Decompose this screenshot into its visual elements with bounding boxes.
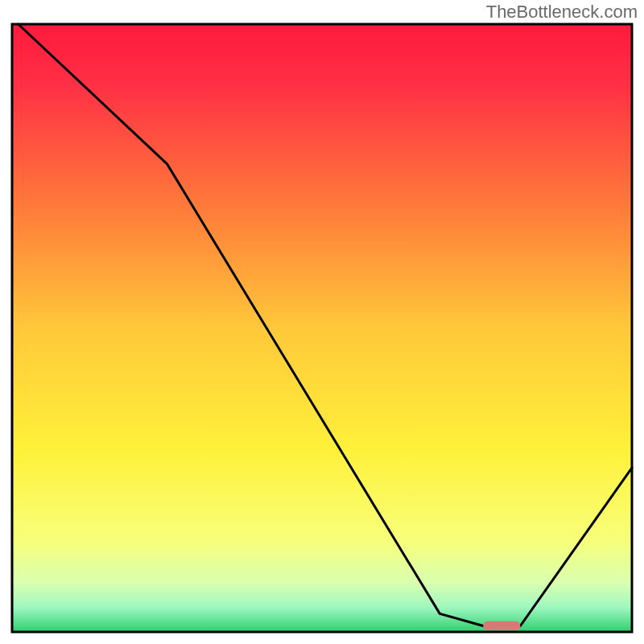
- bottleneck-chart: [0, 0, 644, 644]
- gradient-background: [12, 24, 632, 632]
- optimum-marker: [483, 621, 520, 630]
